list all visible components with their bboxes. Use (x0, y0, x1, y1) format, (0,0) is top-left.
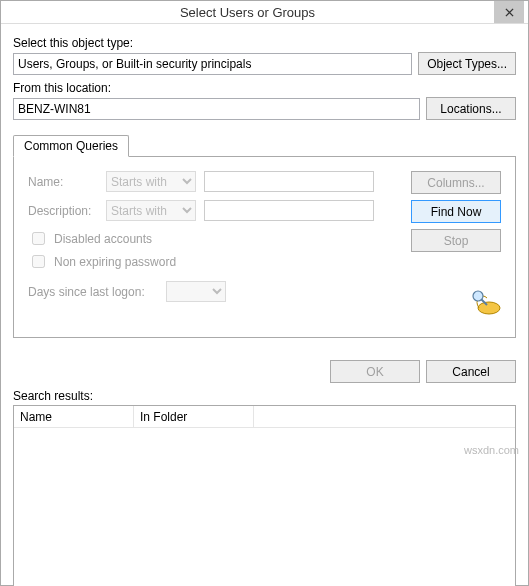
cancel-button[interactable]: Cancel (426, 360, 516, 383)
location-field[interactable] (13, 98, 420, 120)
bottom-buttons: OK Cancel (13, 360, 516, 383)
dialog-window: Select Users or Groups Select this objec… (0, 0, 529, 586)
side-buttons: Columns... Find Now Stop (411, 171, 501, 319)
query-fields: Name: Starts with Description: Starts wi… (28, 171, 391, 319)
days-logon-label: Days since last logon: (28, 285, 158, 299)
col-spacer (254, 406, 515, 427)
from-location-label: From this location: (13, 81, 516, 95)
col-in-folder[interactable]: In Folder (134, 406, 254, 427)
object-types-button[interactable]: Object Types... (418, 52, 516, 75)
svg-point-0 (478, 302, 500, 314)
tabs-strip: Common Queries (13, 135, 516, 157)
grid-header: Name In Folder (14, 406, 515, 428)
tab-common-queries[interactable]: Common Queries (13, 135, 129, 157)
col-name[interactable]: Name (14, 406, 134, 427)
search-results-label: Search results: (13, 389, 516, 403)
object-type-label: Select this object type: (13, 36, 516, 50)
query-description-combo[interactable]: Starts with (106, 200, 196, 221)
disabled-accounts-label: Disabled accounts (54, 232, 152, 246)
tab-container: Common Queries Name: Starts with Descrip… (13, 134, 516, 338)
grid-body (14, 428, 515, 586)
days-logon-combo[interactable] (166, 281, 226, 302)
query-name-combo[interactable]: Starts with (106, 171, 196, 192)
non-expiring-label: Non expiring password (54, 255, 176, 269)
query-name-input[interactable] (204, 171, 374, 192)
query-description-input[interactable] (204, 200, 374, 221)
find-now-button[interactable]: Find Now (411, 200, 501, 223)
query-name-label: Name: (28, 175, 98, 189)
search-icon (467, 288, 501, 319)
query-description-label: Description: (28, 204, 98, 218)
tab-body: Name: Starts with Description: Starts wi… (13, 156, 516, 338)
close-icon (505, 8, 514, 17)
non-expiring-checkbox[interactable] (32, 255, 45, 268)
locations-button[interactable]: Locations... (426, 97, 516, 120)
close-button[interactable] (494, 1, 524, 23)
dialog-content: Select this object type: Object Types...… (1, 24, 528, 586)
window-title: Select Users or Groups (1, 5, 494, 20)
ok-button[interactable]: OK (330, 360, 420, 383)
disabled-accounts-checkbox[interactable] (32, 232, 45, 245)
stop-button[interactable]: Stop (411, 229, 501, 252)
columns-button[interactable]: Columns... (411, 171, 501, 194)
titlebar: Select Users or Groups (1, 1, 528, 24)
results-grid[interactable]: Name In Folder (13, 405, 516, 586)
object-type-field[interactable] (13, 53, 412, 75)
